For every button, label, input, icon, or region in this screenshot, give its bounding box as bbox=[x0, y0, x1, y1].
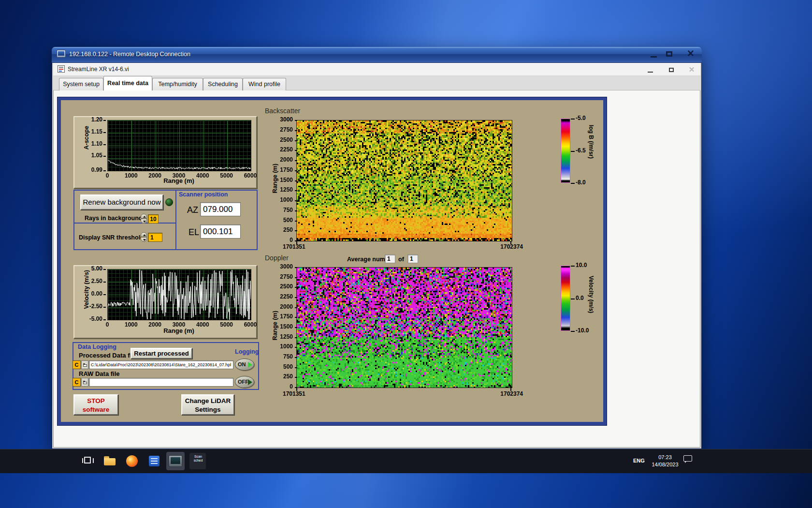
stop-line1: STOP bbox=[74, 397, 117, 405]
tick-mark bbox=[295, 267, 297, 268]
tab-temp-humidity[interactable]: Temp/humidity bbox=[152, 78, 203, 90]
tick-label: 2000 bbox=[271, 303, 293, 310]
file-explorer-icon[interactable] bbox=[102, 454, 117, 468]
raw-drive-button[interactable]: C bbox=[72, 378, 81, 387]
tick-mark bbox=[571, 266, 575, 267]
tick-label: 1.10 bbox=[83, 140, 102, 147]
tick-label: 0.00 bbox=[83, 290, 102, 297]
doppler-x-end: 1702374 bbox=[494, 390, 523, 397]
processed-drive-button[interactable]: C bbox=[72, 360, 81, 369]
ascope-plot-canvas bbox=[107, 120, 251, 171]
rdp-maximize-icon[interactable] bbox=[666, 51, 672, 57]
of-label: of bbox=[398, 256, 404, 263]
tab-real-time-data[interactable]: Real time data bbox=[103, 76, 152, 90]
backscatter-colorbar bbox=[561, 119, 570, 183]
tick-mark bbox=[510, 241, 511, 244]
background-status-led bbox=[165, 198, 173, 206]
rdp-minimize-icon[interactable] bbox=[651, 56, 657, 58]
rdp-window-title: 192.168.0.122 - Remote Desktop Connectio… bbox=[69, 51, 190, 58]
tick-mark bbox=[571, 299, 575, 299]
az-value-field[interactable]: 079.000 bbox=[200, 202, 241, 216]
tick-label: 3000 bbox=[271, 116, 293, 123]
notification-icon[interactable] bbox=[683, 455, 692, 462]
tick-mark bbox=[295, 317, 297, 318]
tick-label: 1500 bbox=[271, 323, 293, 330]
tick-mark bbox=[103, 170, 106, 171]
rays-spinner[interactable] bbox=[141, 214, 147, 224]
backscatter-section-label: Backscatter bbox=[265, 107, 300, 115]
firefox-icon[interactable] bbox=[125, 454, 139, 468]
change-line2: Settings bbox=[182, 405, 233, 414]
tick-label: 5000 bbox=[217, 172, 236, 179]
renew-background-button[interactable]: Renew background now bbox=[80, 194, 163, 210]
language-indicator[interactable]: ENG bbox=[633, 458, 645, 463]
on-label: ON bbox=[238, 361, 246, 367]
tick-label: -10.0 bbox=[576, 327, 596, 334]
tick-label: -6.5 bbox=[576, 147, 596, 154]
raw-logging-toggle[interactable]: OFF bbox=[235, 376, 254, 388]
average-number-field[interactable]: 1 bbox=[385, 254, 395, 263]
taskbar-clock[interactable]: 07:23 14/08/2023 bbox=[649, 454, 682, 468]
blue-app-icon[interactable] bbox=[147, 454, 161, 468]
rays-value-field[interactable]: 10 bbox=[148, 214, 159, 224]
tick-mark bbox=[571, 331, 575, 332]
tab-scheduling[interactable]: Scheduling bbox=[203, 78, 243, 90]
tick-mark bbox=[295, 130, 297, 131]
tick-mark bbox=[295, 297, 297, 298]
tick-label: 2250 bbox=[271, 146, 293, 153]
app-titlebar[interactable] bbox=[53, 63, 700, 76]
tick-label: 0 bbox=[271, 383, 293, 390]
vi-file-icon bbox=[58, 65, 65, 73]
tick-mark bbox=[296, 388, 297, 391]
raw-path-field[interactable] bbox=[89, 378, 233, 387]
tick-label: 0.0 bbox=[576, 295, 596, 301]
task-view-icon[interactable] bbox=[81, 454, 96, 468]
el-value-field[interactable]: 000.101 bbox=[200, 224, 241, 239]
app-restore-icon[interactable] bbox=[669, 68, 674, 72]
stop-line2: software bbox=[74, 405, 117, 414]
tick-mark bbox=[295, 190, 297, 191]
tick-label: 500 bbox=[271, 363, 293, 370]
tick-label: -5.0 bbox=[576, 115, 596, 121]
tick-label: 1000 bbox=[121, 172, 141, 179]
tick-label: 250 bbox=[271, 226, 293, 233]
tick-label: 0 bbox=[98, 321, 117, 328]
doppler-section-label: Doppler bbox=[265, 254, 289, 262]
app-window-title: StreamLine XR v14-6.vi bbox=[68, 66, 129, 73]
data-logging-title: Data Logging bbox=[78, 344, 116, 350]
tick-mark bbox=[295, 327, 297, 328]
processed-logging-toggle[interactable]: ON bbox=[235, 359, 254, 371]
tick-mark bbox=[295, 277, 297, 278]
tick-label: 2500 bbox=[271, 283, 293, 290]
tick-label: 1250 bbox=[271, 333, 293, 340]
snr-value-field[interactable]: 1 bbox=[148, 233, 162, 242]
tick-label: 1.20 bbox=[83, 116, 102, 123]
remote-desktop-taskbar-icon[interactable] bbox=[169, 455, 182, 467]
tick-label: 2000 bbox=[271, 156, 293, 163]
restart-processed-file-button[interactable]: Restart processed file bbox=[130, 348, 192, 359]
display-snr-threshold-label: Display SNR threshold bbox=[79, 234, 144, 241]
tick-mark bbox=[295, 140, 297, 141]
tick-mark bbox=[571, 151, 575, 152]
doppler-heatmap-canvas bbox=[296, 267, 512, 388]
tick-label: 1500 bbox=[271, 177, 293, 183]
snr-spinner[interactable] bbox=[141, 232, 147, 242]
app-minimize-icon[interactable] bbox=[648, 72, 653, 73]
tab-wind-profile[interactable]: Wind profile bbox=[243, 78, 286, 90]
tick-label: 3000 bbox=[271, 263, 293, 270]
tick-mark bbox=[103, 132, 106, 133]
processed-browse-icon[interactable] bbox=[81, 360, 88, 369]
rdp-close-icon[interactable]: ✕ bbox=[685, 49, 696, 59]
tick-label: 2750 bbox=[271, 126, 293, 133]
clock-time: 07:23 bbox=[649, 454, 682, 461]
tab-system-setup[interactable]: System setup bbox=[59, 78, 103, 90]
processed-data-file-label: Processed Data file bbox=[79, 352, 137, 359]
app-close-icon[interactable]: ✕ bbox=[687, 66, 696, 74]
stop-software-button[interactable]: STOP software bbox=[73, 394, 118, 415]
processed-path-field[interactable]: C:\Lidar\Data\Proc\2023\202308\20230814\… bbox=[89, 360, 233, 369]
tick-label: 2.50 bbox=[83, 278, 102, 284]
raw-browse-icon[interactable] bbox=[81, 378, 88, 387]
change-lidar-settings-button[interactable]: Change LiDAR Settings bbox=[181, 394, 234, 415]
average-total-field[interactable]: 1 bbox=[407, 254, 418, 263]
tick-mark bbox=[295, 180, 297, 181]
